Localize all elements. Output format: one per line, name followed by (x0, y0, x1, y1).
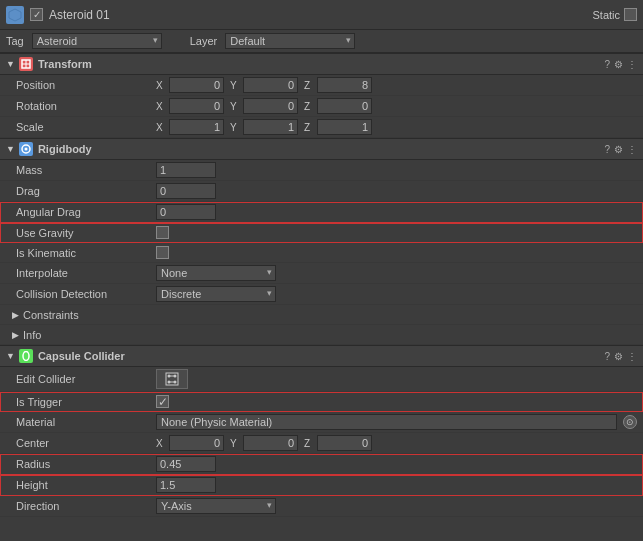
material-label: Material (16, 416, 156, 428)
rotation-z-label: Z (304, 101, 314, 112)
transform-settings-btn[interactable]: ⚙ (614, 59, 623, 70)
is-trigger-checkmark: ✓ (158, 395, 168, 409)
scale-z-group: Z (304, 119, 372, 135)
height-input[interactable] (156, 477, 216, 493)
use-gravity-checkbox[interactable] (156, 226, 169, 239)
rotation-value: X Y Z (156, 98, 637, 114)
direction-dropdown[interactable]: Y-Axis (156, 498, 276, 514)
svg-rect-7 (166, 373, 178, 385)
center-x-group: X (156, 435, 224, 451)
svg-point-6 (23, 352, 29, 361)
capsule-collider-icon (19, 349, 33, 363)
center-y-group: Y (230, 435, 298, 451)
scale-y-input[interactable] (243, 119, 298, 135)
scale-x-group: X (156, 119, 224, 135)
collision-detection-row: Collision Detection Discrete (0, 284, 643, 305)
is-kinematic-checkbox[interactable] (156, 246, 169, 259)
position-y-input[interactable] (243, 77, 298, 93)
radius-input[interactable] (156, 456, 216, 472)
center-z-input[interactable] (317, 435, 372, 451)
svg-point-12 (168, 381, 171, 384)
scale-label: Scale (16, 121, 156, 133)
position-x-group: X (156, 77, 224, 93)
is-kinematic-row: Is Kinematic (0, 243, 643, 263)
transform-menu-btn[interactable]: ⋮ (627, 59, 637, 70)
layer-dropdown[interactable]: Default (225, 33, 355, 49)
position-z-label: Z (304, 80, 314, 91)
rotation-x-group: X (156, 98, 224, 114)
transform-section-header: ▼ Transform ? ⚙ ⋮ (0, 53, 643, 75)
capsule-collider-help-btn[interactable]: ? (604, 351, 610, 362)
capsule-collider-title: Capsule Collider (38, 350, 605, 362)
use-gravity-row: Use Gravity (0, 223, 643, 243)
svg-point-13 (174, 381, 177, 384)
object-active-checkbox[interactable]: ✓ (30, 8, 43, 21)
layer-label: Layer (190, 35, 218, 47)
center-z-label: Z (304, 438, 314, 449)
material-input[interactable] (156, 414, 617, 430)
rigidbody-settings-btn[interactable]: ⚙ (614, 144, 623, 155)
collision-detection-dropdown[interactable]: Discrete (156, 286, 276, 302)
svg-point-10 (168, 375, 171, 378)
scale-row: Scale X Y Z (0, 117, 643, 138)
svg-point-5 (24, 148, 27, 151)
center-y-input[interactable] (243, 435, 298, 451)
object-name: Asteroid 01 (49, 8, 592, 22)
rigidbody-controls: ? ⚙ ⋮ (604, 144, 637, 155)
capsule-collider-settings-btn[interactable]: ⚙ (614, 351, 623, 362)
capsule-collider-menu-btn[interactable]: ⋮ (627, 351, 637, 362)
position-y-label: Y (230, 80, 240, 91)
edit-collider-label: Edit Collider (16, 373, 156, 385)
drag-row: Drag (0, 181, 643, 202)
position-value: X Y Z (156, 77, 637, 93)
transform-controls: ? ⚙ ⋮ (604, 59, 637, 70)
mass-input[interactable] (156, 162, 216, 178)
mass-label: Mass (16, 164, 156, 176)
rigidbody-arrow[interactable]: ▼ (6, 144, 15, 154)
rigidbody-menu-btn[interactable]: ⋮ (627, 144, 637, 155)
position-x-input[interactable] (169, 77, 224, 93)
center-z-group: Z (304, 435, 372, 451)
rotation-row: Rotation X Y Z (0, 96, 643, 117)
drag-input[interactable] (156, 183, 216, 199)
edit-collider-icon (165, 372, 179, 386)
scale-z-label: Z (304, 122, 314, 133)
constraints-row[interactable]: ▶ Constraints (0, 305, 643, 325)
edit-collider-button[interactable] (156, 369, 188, 389)
is-trigger-checkbox[interactable]: ✓ (156, 395, 169, 408)
position-x-label: X (156, 80, 166, 91)
height-row: Height (0, 475, 643, 496)
rigidbody-section-header: ▼ Rigidbody ? ⚙ ⋮ (0, 138, 643, 160)
tag-layer-row: Tag Asteroid Layer Default (0, 30, 643, 53)
scale-x-input[interactable] (169, 119, 224, 135)
rigidbody-icon (19, 142, 33, 156)
position-z-input[interactable] (317, 77, 372, 93)
tag-dropdown[interactable]: Asteroid (32, 33, 162, 49)
position-z-group: Z (304, 77, 372, 93)
rigidbody-help-btn[interactable]: ? (604, 144, 610, 155)
rotation-x-label: X (156, 101, 166, 112)
scale-z-input[interactable] (317, 119, 372, 135)
static-checkbox[interactable] (624, 8, 637, 21)
transform-help-btn[interactable]: ? (604, 59, 610, 70)
rotation-z-input[interactable] (317, 98, 372, 114)
material-value-group: ⊙ (156, 414, 637, 430)
svg-point-11 (174, 375, 177, 378)
info-row[interactable]: ▶ Info (0, 325, 643, 345)
angular-drag-label: Angular Drag (16, 206, 156, 218)
angular-drag-input[interactable] (156, 204, 216, 220)
rotation-x-input[interactable] (169, 98, 224, 114)
position-row: Position X Y Z (0, 75, 643, 96)
center-x-input[interactable] (169, 435, 224, 451)
material-pick-button[interactable]: ⊙ (623, 415, 637, 429)
scale-y-label: Y (230, 122, 240, 133)
position-y-group: Y (230, 77, 298, 93)
capsule-collider-arrow[interactable]: ▼ (6, 351, 15, 361)
interpolate-dropdown[interactable]: None (156, 265, 276, 281)
rotation-y-input[interactable] (243, 98, 298, 114)
transform-arrow[interactable]: ▼ (6, 59, 15, 69)
height-label: Height (16, 479, 156, 491)
constraints-label: Constraints (23, 309, 79, 321)
rigidbody-title: Rigidbody (38, 143, 605, 155)
direction-label: Direction (16, 500, 156, 512)
